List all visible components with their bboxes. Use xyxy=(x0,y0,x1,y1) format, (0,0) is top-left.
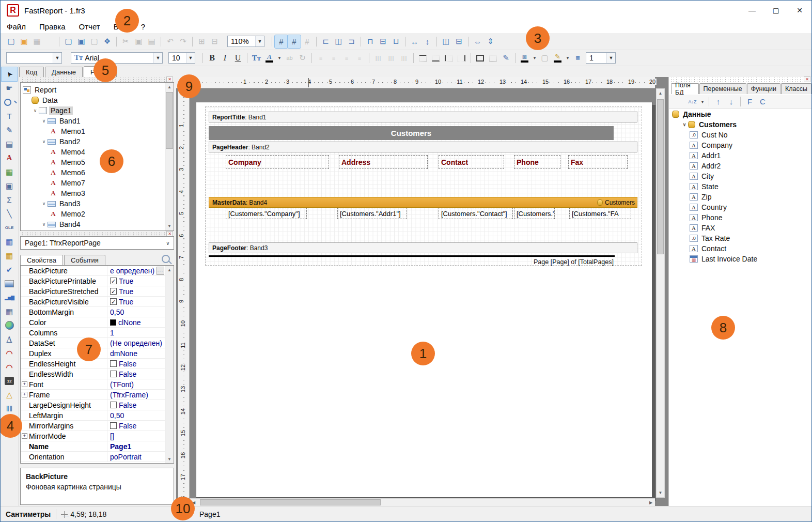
field-tree-item[interactable]: City xyxy=(670,171,810,181)
shape-object-tool[interactable]: △ xyxy=(2,388,17,402)
property-value[interactable]: False xyxy=(107,400,174,410)
italic-button[interactable]: I xyxy=(218,52,231,65)
expand-icon[interactable]: + xyxy=(22,381,27,387)
report-tree-item[interactable]: Memo4 xyxy=(21,147,174,157)
page-header-band-header[interactable]: PageHeader : Band2 xyxy=(209,142,637,152)
vertical-align-top-button[interactable]: ||| xyxy=(372,52,385,65)
fill-color-button[interactable]: ◙ xyxy=(518,52,531,65)
text-align-left-button[interactable]: ≡ xyxy=(315,52,327,65)
show-grid-button[interactable]: # xyxy=(275,35,288,48)
property-value[interactable]: 0,50 xyxy=(107,307,174,317)
chevron-down-icon[interactable]: ▼ xyxy=(53,53,61,63)
font-name-combobox[interactable]: Tт Arial ▼ xyxy=(71,52,163,64)
undo-button[interactable]: ↶ xyxy=(164,35,177,48)
fit-to-grid-button[interactable]: # xyxy=(301,35,314,48)
font-size-combobox[interactable]: 10 ▼ xyxy=(168,52,195,64)
menu-item[interactable]: Файл xyxy=(7,22,26,31)
header-memo[interactable]: Company xyxy=(226,155,329,169)
property-value[interactable]: ✓ True xyxy=(107,286,174,296)
chart-object-tool[interactable]: ▂▅▇ xyxy=(2,290,17,304)
frame-edit-button[interactable]: ✎ xyxy=(499,52,512,65)
scrollbar-thumb[interactable] xyxy=(166,92,173,149)
close-panel-icon[interactable]: ✕ xyxy=(804,76,810,82)
ole-object-tool[interactable]: OLE xyxy=(2,221,17,235)
font-color-button[interactable]: A xyxy=(263,52,276,65)
chevron-down-icon[interactable]: ∨ xyxy=(40,222,48,227)
property-row[interactable]: MirrorMargins False xyxy=(21,421,174,431)
insert-band-tool[interactable]: ▤ xyxy=(2,137,17,151)
property-value[interactable]: dmNone xyxy=(107,348,174,358)
maximize-button[interactable]: ▢ xyxy=(764,1,788,20)
highlight-button[interactable]: ab xyxy=(283,52,296,65)
align-vertical-centers-button[interactable]: ⊟ xyxy=(377,35,389,48)
bold-button[interactable]: B xyxy=(206,52,218,65)
report-tree-item[interactable]: Report xyxy=(21,85,174,95)
field-tree-item[interactable]: Country xyxy=(670,202,810,212)
menu-item[interactable]: Отчет xyxy=(79,22,100,31)
expand-icon[interactable]: + xyxy=(22,392,27,397)
field-tree-item[interactable]: Phone xyxy=(670,212,810,223)
zoom-combobox[interactable]: 110% ▼ xyxy=(227,36,264,47)
align-right-edges-button[interactable]: ⊐ xyxy=(345,35,358,48)
draw-object-tool[interactable]: ╲ xyxy=(2,207,17,221)
align-left-edges-button[interactable]: ⊏ xyxy=(319,35,332,48)
property-grid-scrollbar[interactable]: ▲ ▼ xyxy=(165,266,174,463)
line-style-button[interactable]: ≣ xyxy=(571,52,584,65)
close-button[interactable]: ✕ xyxy=(788,1,811,20)
property-row[interactable]: + MirrorMode [] xyxy=(21,431,174,441)
line-width-combobox[interactable]: 1 ▼ xyxy=(586,52,616,64)
map-object-tool[interactable] xyxy=(2,318,17,332)
scroll-down-icon[interactable]: ▼ xyxy=(657,488,664,497)
property-value[interactable]: 0,50 xyxy=(107,410,174,420)
field-tree-item[interactable]: Contact xyxy=(670,243,810,254)
checkbox-checked-icon[interactable]: ✓ xyxy=(110,298,117,305)
vertical-align-bottom-button[interactable]: ||| xyxy=(398,52,411,65)
align-bottom-edges-button[interactable]: ⊔ xyxy=(389,35,402,48)
frame-color-button[interactable]: ▢ xyxy=(538,52,551,65)
underline-button[interactable]: U xyxy=(231,52,244,65)
property-row[interactable]: EndlessHeight False xyxy=(21,359,174,369)
new-report-page-button[interactable]: ▢ xyxy=(62,35,75,48)
report-tree-item[interactable]: Data xyxy=(21,95,174,105)
page-footer-memo[interactable]: Page [Page] of [TotalPages] xyxy=(209,255,615,267)
align-to-grid-button[interactable]: # xyxy=(288,35,301,48)
font-settings-button[interactable]: Tт xyxy=(250,52,263,65)
chevron-down-icon[interactable]: ∨ xyxy=(40,201,48,206)
master-data-band-header[interactable]: MasterData : Band4 Customers xyxy=(209,197,637,208)
field-tree-item[interactable]: Cust No xyxy=(670,130,810,140)
sum-object-tool[interactable]: Σ xyxy=(2,193,17,207)
header-memo[interactable]: Fax xyxy=(568,155,628,169)
report-tree-item[interactable]: Memo7 xyxy=(21,178,174,188)
new-dialog-page-button[interactable]: ▣ xyxy=(75,35,88,48)
report-tree-item[interactable]: Memo1 xyxy=(21,126,174,136)
frame-all-button[interactable] xyxy=(474,52,487,65)
property-row[interactable]: Name Page1 xyxy=(21,441,174,452)
sort-fields-button[interactable]: A↓Z xyxy=(686,95,699,108)
scrollbar-thumb[interactable] xyxy=(657,99,664,254)
ellipsis-button[interactable]: ··· xyxy=(157,267,164,275)
property-row[interactable]: Color clNone xyxy=(21,317,174,328)
table-object-tool[interactable]: ▦ xyxy=(2,304,17,318)
checkbox-object-tool[interactable]: ✔ xyxy=(2,263,17,277)
report-tree-item[interactable]: ∨ Band4 xyxy=(21,219,174,229)
frame-top-button[interactable] xyxy=(416,52,429,65)
group-button[interactable]: ⊞ xyxy=(195,35,208,48)
interval-gauge-object-tool[interactable]: ◠ xyxy=(2,360,17,374)
move-up-button[interactable]: ↑ xyxy=(712,95,725,108)
checkbox-unchecked-icon[interactable] xyxy=(110,422,117,429)
property-value[interactable]: False xyxy=(107,369,174,379)
space-vertically-button[interactable]: ↕ xyxy=(421,35,434,48)
report-tree-scrollbar[interactable]: ▲ ▼ xyxy=(165,83,174,231)
preview-button[interactable] xyxy=(43,35,56,48)
subreport-object-tool[interactable]: ▣ xyxy=(2,179,17,193)
property-value[interactable]: 1 xyxy=(107,328,174,337)
data-memo[interactable]: [Customers."Contact"] xyxy=(439,208,513,219)
page-tab[interactable]: Код xyxy=(19,67,44,77)
text-object-tool[interactable]: A xyxy=(2,151,17,165)
report-tree-item[interactable]: Memo2 xyxy=(21,209,174,219)
report-title-memo[interactable]: Customers xyxy=(209,126,614,140)
data-panel-tab[interactable]: Функции xyxy=(747,83,780,94)
data-memo[interactable]: [Customers."Addr1"] xyxy=(337,208,407,219)
property-row[interactable]: BottomMargin 0,50 xyxy=(21,307,174,317)
property-value[interactable]: poPortrait xyxy=(107,452,174,462)
